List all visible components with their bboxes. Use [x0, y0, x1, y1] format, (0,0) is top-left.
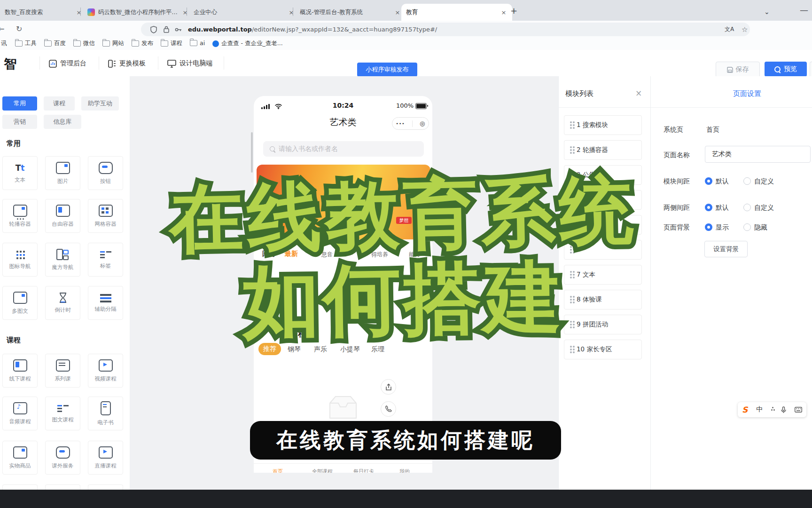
bookmark-item[interactable]: 工具	[15, 40, 37, 48]
sidebar-tab-marketing[interactable]: 营销	[2, 115, 37, 129]
page-name-input[interactable]	[705, 146, 811, 163]
drag-handle-icon[interactable]	[570, 249, 572, 251]
module-item-6[interactable]	[564, 240, 642, 260]
close-target-icon[interactable]: ◎	[420, 120, 425, 127]
tab-vocal[interactable]: 声乐	[314, 345, 327, 354]
translate-icon[interactable]: 文A	[725, 25, 734, 33]
clipped-button[interactable]	[810, 62, 812, 78]
tab-close-icon[interactable]: ×	[394, 9, 401, 16]
bookmark-item[interactable]: 网站	[102, 40, 124, 48]
component-card-button[interactable]: 按钮	[88, 156, 123, 190]
browser-tab-active[interactable]: 教育 ×	[401, 4, 512, 21]
component-card-carousel[interactable]: 轮播容器	[2, 199, 38, 233]
component-card-countdown[interactable]: 倒计时	[45, 286, 80, 320]
tab-list-chevron-icon[interactable]: ⌄	[764, 8, 770, 16]
ime-tools-icon[interactable]	[771, 409, 773, 411]
tab-recommend[interactable]: 推荐	[258, 343, 281, 355]
microphone-icon[interactable]	[781, 406, 786, 413]
drag-handle-icon[interactable]	[570, 299, 572, 301]
browser-tab-3[interactable]: 企业中心 ×	[189, 4, 300, 21]
save-button[interactable]: 保存	[716, 62, 760, 78]
preview-button[interactable]: 预览	[765, 62, 807, 77]
component-card-live-course[interactable]: 直播课程	[88, 441, 123, 475]
module-item-1[interactable]: 1 搜索模块	[564, 115, 642, 135]
sidebar-tab-interact[interactable]: 助学互动	[81, 96, 119, 111]
drag-handle-icon[interactable]	[570, 349, 572, 350]
module-item-10[interactable]: 10 家长专区	[564, 340, 642, 359]
component-card-icon-nav[interactable]: 图标导航	[2, 243, 38, 277]
component-card-extra-service[interactable]: 课外服务	[45, 441, 80, 475]
component-card-article-course[interactable]: 图文课程	[45, 397, 80, 430]
share-button[interactable]	[381, 379, 396, 395]
component-card-text[interactable]: Tt 文本	[2, 156, 38, 190]
browser-tab-1[interactable]: 数智_百度搜索 ×	[0, 4, 87, 21]
radio-custom-off[interactable]	[743, 177, 751, 185]
sidebar-tab-course[interactable]: 课程	[44, 96, 75, 111]
ime-lang-toggle[interactable]: 中	[756, 405, 763, 414]
new-tab-button[interactable]: +	[510, 7, 517, 15]
tab-piano[interactable]: 钢琴	[288, 345, 301, 354]
component-card-series-course[interactable]: 系列课	[45, 354, 80, 388]
sidebar-tab-common[interactable]: 常用	[2, 96, 37, 111]
module-item-3[interactable]: 3 公告模块	[564, 165, 642, 185]
module-item-7[interactable]: 7 文本	[564, 265, 642, 285]
tab-close-icon[interactable]: ×	[75, 9, 83, 16]
component-card-multi-image[interactable]: 多图文	[2, 286, 38, 320]
canvas-scrollbar[interactable]	[251, 132, 253, 173]
more-dots-icon[interactable]: •••	[396, 121, 405, 126]
ime-logo[interactable]: S	[742, 405, 748, 414]
ime-toolbar[interactable]: S 中	[738, 402, 806, 417]
drag-handle-icon[interactable]	[570, 274, 572, 276]
tab-close-icon[interactable]: ×	[500, 9, 508, 16]
radio-hide-off[interactable]	[743, 223, 751, 231]
module-item-4[interactable]	[564, 190, 642, 210]
radio-show-on[interactable]	[705, 223, 712, 231]
reload-icon[interactable]: ↻	[16, 24, 22, 33]
url-input[interactable]: edu.webportal.top/editorNew.jsp?_wxappId…	[141, 23, 750, 36]
component-card-ebook[interactable]: 电子书	[88, 397, 123, 430]
publish-button[interactable]: 小程序审核发布	[357, 63, 417, 77]
component-card-tag[interactable]: 标签	[88, 243, 123, 277]
bookmark-item[interactable]: ai	[190, 40, 205, 47]
module-item-8[interactable]: 8 体验课	[564, 290, 642, 310]
radio-default-on[interactable]	[705, 204, 712, 211]
browser-tab-4[interactable]: 概况-管理后台-教育系统 ×	[295, 4, 406, 21]
radio-custom-off[interactable]	[743, 204, 751, 211]
search-module[interactable]: 请输入书名或作者名	[263, 141, 424, 157]
miniprogram-capsule[interactable]: ••• ◎	[392, 117, 429, 130]
browser-tab-2[interactable]: 码云数智_微信小程序制作平台_ ×	[83, 4, 194, 21]
drag-handle-icon[interactable]	[570, 124, 572, 126]
bookmark-item[interactable]: 讯	[1, 40, 7, 48]
bookmark-item[interactable]: 发布	[132, 40, 153, 48]
back-icon[interactable]: ←	[0, 24, 4, 33]
nav-mine[interactable]: 我的	[399, 468, 410, 473]
call-button[interactable]	[381, 401, 396, 417]
module-item-2[interactable]: 2 轮播容器	[564, 140, 642, 160]
tab-violin[interactable]: 小提琴	[340, 345, 360, 354]
change-template-button[interactable]: 更换模板	[108, 58, 146, 69]
bookmark-star-icon[interactable]: ☆	[742, 25, 748, 34]
drag-handle-icon[interactable]	[570, 224, 572, 226]
component-card-offline-course[interactable]: 线下课程	[2, 354, 38, 388]
bookmark-item[interactable]: 百度	[44, 40, 66, 48]
module-item-9[interactable]: 9 拼团活动	[564, 315, 642, 334]
tab-theory[interactable]: 乐理	[371, 345, 384, 354]
nav-all-courses[interactable]: 全部课程	[312, 468, 333, 473]
design-desktop-button[interactable]: 设计电脑端	[167, 58, 212, 69]
component-card-image[interactable]: 图片	[45, 156, 80, 190]
component-card-video-course[interactable]: 视频课程	[88, 354, 123, 388]
keyboard-icon[interactable]	[795, 407, 802, 413]
radio-default-on[interactable]	[705, 177, 712, 185]
drag-handle-icon[interactable]	[570, 149, 572, 151]
drag-handle-icon[interactable]	[570, 324, 572, 325]
drag-handle-icon[interactable]	[570, 174, 572, 176]
window-minimize-icon[interactable]: —	[800, 6, 808, 14]
close-icon[interactable]: ×	[635, 88, 642, 98]
bookmark-item[interactable]: 企查查 - 查企业_查老...	[212, 40, 283, 48]
sidebar-tab-library[interactable]: 信息库	[44, 115, 81, 129]
drag-handle-icon[interactable]	[570, 199, 572, 201]
bookmark-item[interactable]: 课程	[161, 40, 182, 48]
component-card-grid-container[interactable]: 网格容器	[88, 199, 123, 233]
component-card-cube-nav[interactable]: 魔方导航	[45, 243, 80, 277]
set-background-button[interactable]: 设置背景	[704, 241, 748, 257]
